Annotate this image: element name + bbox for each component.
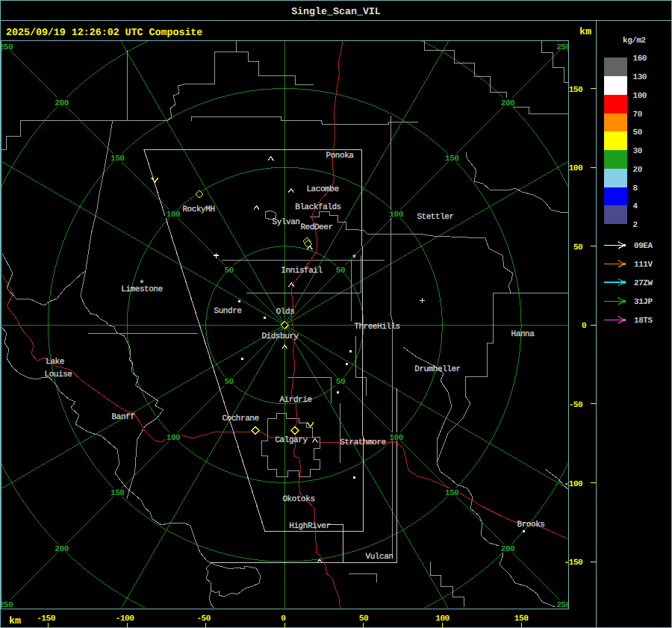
svg-text:Brooks: Brooks bbox=[517, 520, 545, 529]
svg-text:100: 100 bbox=[633, 92, 647, 101]
svg-text:Vulcan: Vulcan bbox=[366, 553, 393, 562]
svg-text:100: 100 bbox=[167, 211, 180, 220]
svg-text:Lacombe: Lacombe bbox=[306, 185, 338, 194]
svg-text:111V: 111V bbox=[634, 261, 653, 270]
svg-text:100: 100 bbox=[389, 211, 402, 220]
svg-text:Stettler: Stettler bbox=[417, 213, 453, 222]
svg-text:250: 250 bbox=[0, 43, 13, 52]
svg-text:50: 50 bbox=[573, 243, 582, 252]
svg-text:150: 150 bbox=[514, 615, 528, 624]
svg-text:Single_Scan_VIL: Single_Scan_VIL bbox=[291, 6, 381, 17]
svg-text:-50: -50 bbox=[569, 401, 582, 410]
svg-text:18TS: 18TS bbox=[634, 317, 653, 326]
svg-text:Drumheller: Drumheller bbox=[414, 365, 461, 374]
svg-text:27ZW: 27ZW bbox=[634, 279, 653, 288]
svg-text:130: 130 bbox=[633, 73, 647, 82]
svg-text:160: 160 bbox=[633, 55, 647, 63]
svg-text:50: 50 bbox=[224, 267, 233, 276]
svg-text:200: 200 bbox=[501, 545, 514, 554]
svg-text:0: 0 bbox=[582, 322, 586, 331]
svg-text:RedDeer: RedDeer bbox=[300, 223, 332, 232]
svg-text:50: 50 bbox=[336, 378, 345, 387]
svg-text:200: 200 bbox=[55, 99, 68, 108]
svg-text:100: 100 bbox=[569, 164, 582, 173]
svg-text:HighRiver: HighRiver bbox=[289, 522, 330, 531]
svg-text:2: 2 bbox=[633, 221, 638, 230]
svg-text:*: * bbox=[352, 253, 357, 264]
svg-text:30: 30 bbox=[633, 147, 642, 156]
svg-text:4: 4 bbox=[633, 202, 638, 211]
svg-text:20: 20 bbox=[633, 166, 642, 175]
svg-text:Okotoks: Okotoks bbox=[282, 495, 314, 504]
svg-text:*: * bbox=[139, 279, 144, 290]
svg-text:km: km bbox=[579, 26, 591, 37]
svg-text:ThreeHills: ThreeHills bbox=[354, 323, 400, 332]
svg-text:200: 200 bbox=[55, 545, 68, 554]
svg-text:kg/m2: kg/m2 bbox=[623, 37, 646, 46]
svg-text:50: 50 bbox=[633, 128, 642, 137]
svg-text:Blackfalds: Blackfalds bbox=[295, 203, 341, 212]
svg-text:Louise: Louise bbox=[45, 370, 72, 379]
svg-text:50: 50 bbox=[224, 378, 233, 387]
svg-text:Cochrane: Cochrane bbox=[222, 414, 258, 423]
svg-text:150: 150 bbox=[569, 86, 582, 95]
svg-text:Olds: Olds bbox=[276, 308, 295, 317]
svg-text:150: 150 bbox=[445, 489, 458, 498]
svg-text:Ponoka: Ponoka bbox=[326, 152, 355, 161]
svg-text:150: 150 bbox=[111, 155, 124, 164]
svg-text:Banff: Banff bbox=[112, 413, 135, 422]
svg-text:-150: -150 bbox=[37, 615, 55, 624]
svg-text:-100: -100 bbox=[116, 615, 134, 624]
svg-text:09EA: 09EA bbox=[634, 242, 653, 251]
svg-text:31JP: 31JP bbox=[634, 298, 653, 307]
svg-text:Sundre: Sundre bbox=[214, 307, 242, 316]
svg-text:km: km bbox=[9, 615, 21, 627]
svg-text:RockyMH: RockyMH bbox=[182, 205, 214, 214]
svg-text:50: 50 bbox=[336, 267, 345, 276]
svg-text:200: 200 bbox=[501, 99, 514, 108]
svg-text:Hanna: Hanna bbox=[511, 330, 535, 339]
svg-text:Sylvan: Sylvan bbox=[273, 218, 300, 227]
svg-text:100: 100 bbox=[167, 434, 180, 443]
svg-text:150: 150 bbox=[445, 155, 458, 164]
svg-text:100: 100 bbox=[435, 615, 449, 624]
svg-text:0: 0 bbox=[281, 615, 285, 624]
svg-text:Didsbury: Didsbury bbox=[261, 332, 299, 341]
svg-text:70: 70 bbox=[633, 111, 642, 119]
svg-text:Innisfail: Innisfail bbox=[281, 267, 322, 276]
svg-text:8: 8 bbox=[633, 184, 638, 193]
svg-text:Calgary: Calgary bbox=[275, 436, 308, 445]
svg-text:Strathmore: Strathmore bbox=[340, 438, 386, 447]
svg-text:-50: -50 bbox=[196, 615, 210, 624]
svg-text:150: 150 bbox=[111, 489, 124, 498]
svg-text:-150: -150 bbox=[564, 559, 583, 568]
svg-text:-100: -100 bbox=[564, 480, 583, 489]
svg-text:Lake: Lake bbox=[46, 358, 64, 367]
svg-text:Airdrie: Airdrie bbox=[279, 396, 311, 405]
svg-text:2025/09/19 12:26:02 UTC Compos: 2025/09/19 12:26:02 UTC Composite bbox=[6, 27, 202, 38]
svg-text:50: 50 bbox=[359, 615, 368, 624]
svg-text:100: 100 bbox=[389, 434, 402, 443]
